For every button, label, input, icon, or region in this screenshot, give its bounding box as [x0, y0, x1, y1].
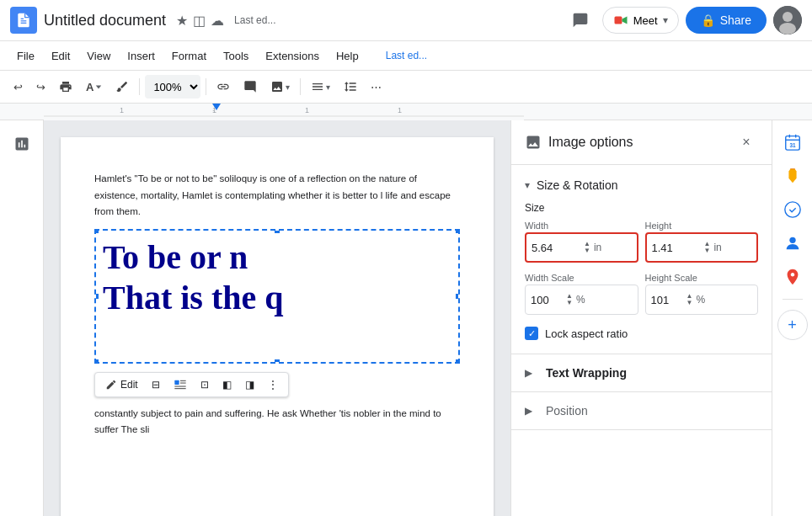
- height-label: Height: [645, 221, 759, 231]
- star-icon[interactable]: ★: [176, 13, 188, 29]
- handle-mid-right[interactable]: [454, 292, 460, 301]
- image-more-button[interactable]: ⋮: [263, 375, 283, 395]
- width-scale-spin-down[interactable]: ▼: [566, 300, 573, 306]
- meet-button[interactable]: Meet ▾: [602, 7, 679, 34]
- align-button[interactable]: ▾: [306, 75, 335, 98]
- toolbar-divider-3: [300, 78, 301, 95]
- text-wrapping-section[interactable]: ▶ Text Wrapping: [511, 354, 772, 392]
- wrap-inline-button[interactable]: ⊟: [147, 375, 165, 395]
- menu-view[interactable]: View: [80, 46, 117, 66]
- height-scale-spinners: ▲ ▼: [686, 293, 693, 306]
- lock-aspect-checkbox[interactable]: ✓: [525, 327, 538, 340]
- ruler: 1 1 1 1 ·: [0, 104, 812, 120]
- width-input-wrap: ▲ ▼ in: [525, 232, 638, 263]
- insert-image-button[interactable]: ▾: [265, 75, 295, 98]
- insert-link-button[interactable]: [211, 75, 235, 98]
- size-field-group: Size Width ▲ ▼ in: [525, 202, 758, 340]
- left-sidebar: [0, 120, 44, 516]
- handle-top-right[interactable]: [454, 229, 460, 235]
- svg-point-26: [789, 237, 795, 243]
- height-scale-input[interactable]: [651, 294, 685, 306]
- google-maps-icon[interactable]: [777, 262, 808, 292]
- menu-edit[interactable]: Edit: [45, 46, 77, 66]
- insert-comment-button[interactable]: [238, 75, 262, 98]
- drive-icon[interactable]: ◫: [193, 13, 206, 29]
- image-toolbar: Edit ⊟ ⊡ ◧ ◨ ⋮: [94, 372, 289, 397]
- svg-rect-15: [174, 380, 179, 384]
- svg-text:·: ·: [212, 106, 215, 114]
- image-container[interactable]: To be or n That is the q: [94, 229, 460, 364]
- menu-help[interactable]: Help: [329, 46, 366, 66]
- add-apps-button[interactable]: +: [777, 310, 808, 340]
- panel-close-button[interactable]: ×: [735, 130, 758, 154]
- share-button[interactable]: 🔒 Share: [686, 7, 767, 34]
- width-scale-field: Width Scale ▲ ▼ %: [525, 273, 638, 315]
- print-button[interactable]: [54, 75, 77, 98]
- line-spacing-button[interactable]: [339, 75, 362, 98]
- height-scale-spin-down[interactable]: ▼: [686, 300, 693, 306]
- height-input[interactable]: [652, 242, 702, 254]
- size-rotation-chevron: ▾: [525, 179, 530, 191]
- width-unit: in: [594, 242, 601, 253]
- menu-format[interactable]: Format: [165, 46, 213, 66]
- width-label: Width: [525, 221, 638, 231]
- handle-bottom-left[interactable]: [94, 358, 100, 364]
- menu-extensions[interactable]: Extensions: [259, 46, 326, 66]
- height-input-wrap: ▲ ▼ in: [645, 232, 759, 263]
- google-keep-icon[interactable]: [777, 161, 808, 191]
- right-divider: [783, 299, 803, 300]
- width-spin-down[interactable]: ▼: [584, 247, 590, 254]
- panel-title: Image options: [525, 134, 735, 151]
- handle-top-mid[interactable]: [273, 229, 281, 235]
- wrap-front-button[interactable]: ◨: [240, 375, 259, 395]
- size-rotation-header[interactable]: ▾ Size & Rotation: [525, 178, 758, 192]
- height-scale-field: Height Scale ▲ ▼ %: [645, 273, 759, 315]
- handle-mid-left[interactable]: [94, 292, 100, 301]
- redo-button[interactable]: ↪: [31, 75, 51, 98]
- height-spin-down[interactable]: ▼: [704, 247, 711, 254]
- panel-header: Image options ×: [511, 120, 772, 165]
- top-bar: Untitled document ★ ◫ ☁ Last ed... Meet …: [0, 0, 812, 41]
- avatar[interactable]: [773, 6, 802, 35]
- doc-paragraph: Hamlet's "To be or not to be" soliloquy …: [94, 171, 460, 221]
- wrap-left-button[interactable]: [168, 375, 192, 395]
- google-calendar-icon[interactable]: 31: [777, 127, 808, 157]
- width-input[interactable]: [532, 242, 582, 254]
- width-scale-wrap: ▲ ▼ %: [525, 285, 638, 315]
- text-wrapping-chevron: ▶: [525, 367, 532, 379]
- paint-format-button[interactable]: [110, 75, 134, 98]
- wrap-behind-button[interactable]: ◧: [217, 375, 237, 395]
- menu-file[interactable]: File: [10, 46, 41, 66]
- chat-button[interactable]: [565, 5, 596, 35]
- meet-chevron: ▾: [663, 14, 668, 26]
- svg-text:1: 1: [305, 106, 309, 114]
- text-wrapping-header: ▶ Text Wrapping: [525, 366, 758, 380]
- image-edit-button[interactable]: Edit: [100, 375, 143, 395]
- cloud-icon[interactable]: ☁: [211, 13, 224, 29]
- svg-text:1: 1: [120, 106, 124, 114]
- handle-top-left[interactable]: [94, 229, 100, 235]
- lock-aspect-row: ✓ Lock aspect ratio: [525, 327, 758, 340]
- undo-button[interactable]: ↩: [8, 75, 28, 98]
- width-scale-input[interactable]: [531, 294, 564, 306]
- menu-insert[interactable]: Insert: [120, 46, 162, 66]
- handle-bottom-right[interactable]: [454, 358, 460, 364]
- size-rotation-title: Size & Rotation: [537, 178, 618, 192]
- position-section[interactable]: ▶ Position: [511, 392, 772, 430]
- google-tasks-icon[interactable]: [777, 194, 808, 225]
- svg-point-6: [783, 12, 793, 22]
- zoom-select[interactable]: 100% 75% 125% 150%: [145, 75, 200, 98]
- height-scale-unit: %: [696, 294, 705, 306]
- wrap-right-button[interactable]: ⊡: [195, 375, 214, 395]
- checkbox-checkmark: ✓: [528, 328, 536, 339]
- share-label: Share: [720, 13, 751, 27]
- spellcheck-button[interactable]: A: [81, 75, 107, 98]
- svg-text:1: 1: [398, 106, 402, 114]
- more-options-button[interactable]: ⋯: [366, 75, 387, 98]
- google-contacts-icon[interactable]: [777, 228, 808, 258]
- lock-icon: 🔒: [701, 13, 715, 27]
- document-area: Hamlet's "To be or not to be" soliloquy …: [44, 120, 510, 516]
- menu-tools[interactable]: Tools: [216, 46, 255, 66]
- handle-bottom-mid[interactable]: [273, 358, 281, 364]
- doc-outline-icon[interactable]: [7, 129, 37, 159]
